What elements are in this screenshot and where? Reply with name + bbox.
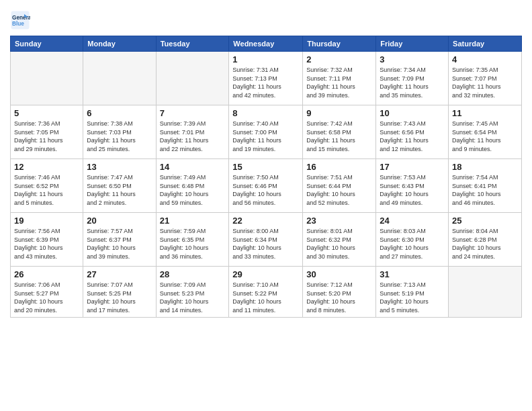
calendar-week-2: 5Sunrise: 7:36 AM Sunset: 7:05 PM Daylig… [11, 105, 522, 159]
calendar-cell: 22Sunrise: 8:00 AM Sunset: 6:34 PM Dayli… [229, 213, 303, 267]
day-number: 13 [87, 162, 152, 172]
day-info: Sunrise: 7:54 AM Sunset: 6:41 PM Dayligh… [452, 173, 518, 207]
day-number: 21 [160, 216, 226, 226]
calendar-cell: 28Sunrise: 7:09 AM Sunset: 5:23 PM Dayli… [156, 267, 229, 318]
calendar-cell: 3Sunrise: 7:34 AM Sunset: 7:09 PM Daylig… [376, 52, 449, 105]
col-header-saturday: Saturday [449, 36, 522, 52]
calendar-cell: 7Sunrise: 7:39 AM Sunset: 7:01 PM Daylig… [156, 105, 229, 159]
day-info: Sunrise: 7:09 AM Sunset: 5:23 PM Dayligh… [160, 281, 226, 314]
col-header-monday: Monday [83, 36, 156, 52]
day-info: Sunrise: 7:43 AM Sunset: 6:56 PM Dayligh… [380, 120, 445, 153]
day-info: Sunrise: 7:39 AM Sunset: 7:01 PM Dayligh… [160, 120, 226, 153]
calendar-cell: 15Sunrise: 7:50 AM Sunset: 6:46 PM Dayli… [229, 159, 303, 213]
day-info: Sunrise: 7:35 AM Sunset: 7:07 PM Dayligh… [452, 66, 518, 99]
day-number: 20 [87, 216, 152, 226]
calendar-cell: 12Sunrise: 7:46 AM Sunset: 6:52 PM Dayli… [11, 159, 83, 213]
day-info: Sunrise: 7:31 AM Sunset: 7:13 PM Dayligh… [232, 66, 299, 99]
day-info: Sunrise: 7:46 AM Sunset: 6:52 PM Dayligh… [14, 173, 79, 207]
day-info: Sunrise: 8:00 AM Sunset: 6:34 PM Dayligh… [232, 227, 299, 261]
day-number: 25 [452, 216, 518, 226]
day-number: 9 [306, 108, 372, 118]
calendar-cell: 19Sunrise: 7:56 AM Sunset: 6:39 PM Dayli… [11, 213, 83, 267]
calendar-cell: 17Sunrise: 7:53 AM Sunset: 6:43 PM Dayli… [376, 159, 449, 213]
calendar-cell [83, 52, 156, 105]
day-info: Sunrise: 7:57 AM Sunset: 6:37 PM Dayligh… [87, 227, 152, 261]
day-info: Sunrise: 7:47 AM Sunset: 6:50 PM Dayligh… [87, 173, 152, 207]
day-number: 10 [380, 108, 445, 118]
calendar-cell: 24Sunrise: 8:03 AM Sunset: 6:30 PM Dayli… [376, 213, 449, 267]
calendar-cell: 26Sunrise: 7:06 AM Sunset: 5:27 PM Dayli… [11, 267, 83, 318]
page: General Blue SundayMondayTuesdayWednesda… [0, 0, 532, 411]
day-info: Sunrise: 8:01 AM Sunset: 6:32 PM Dayligh… [306, 227, 372, 261]
calendar-cell: 8Sunrise: 7:40 AM Sunset: 7:00 PM Daylig… [229, 105, 303, 159]
day-number: 30 [306, 269, 372, 279]
calendar-cell: 10Sunrise: 7:43 AM Sunset: 6:56 PM Dayli… [376, 105, 449, 159]
calendar-cell: 30Sunrise: 7:12 AM Sunset: 5:20 PM Dayli… [303, 267, 376, 318]
calendar-cell: 29Sunrise: 7:10 AM Sunset: 5:22 PM Dayli… [229, 267, 303, 318]
day-info: Sunrise: 8:03 AM Sunset: 6:30 PM Dayligh… [380, 227, 445, 261]
day-number: 8 [232, 108, 299, 118]
calendar-cell: 9Sunrise: 7:42 AM Sunset: 6:58 PM Daylig… [303, 105, 376, 159]
day-info: Sunrise: 7:42 AM Sunset: 6:58 PM Dayligh… [306, 120, 372, 153]
logo-icon: General Blue [10, 10, 30, 30]
day-info: Sunrise: 7:59 AM Sunset: 6:35 PM Dayligh… [160, 227, 226, 261]
day-info: Sunrise: 7:12 AM Sunset: 5:20 PM Dayligh… [306, 281, 372, 314]
calendar-cell: 16Sunrise: 7:51 AM Sunset: 6:44 PM Dayli… [303, 159, 376, 213]
day-info: Sunrise: 7:56 AM Sunset: 6:39 PM Dayligh… [14, 227, 79, 261]
day-info: Sunrise: 7:13 AM Sunset: 5:19 PM Dayligh… [380, 281, 445, 314]
calendar-week-4: 19Sunrise: 7:56 AM Sunset: 6:39 PM Dayli… [11, 213, 522, 267]
day-info: Sunrise: 7:45 AM Sunset: 6:54 PM Dayligh… [452, 120, 518, 153]
day-info: Sunrise: 7:10 AM Sunset: 5:22 PM Dayligh… [232, 281, 299, 314]
day-number: 23 [306, 216, 372, 226]
day-number: 22 [232, 216, 299, 226]
day-info: Sunrise: 7:34 AM Sunset: 7:09 PM Dayligh… [380, 66, 445, 99]
day-number: 15 [232, 162, 299, 172]
col-header-tuesday: Tuesday [156, 36, 229, 52]
calendar-cell: 13Sunrise: 7:47 AM Sunset: 6:50 PM Dayli… [83, 159, 156, 213]
calendar-header-row: SundayMondayTuesdayWednesdayThursdayFrid… [11, 36, 522, 52]
calendar-cell: 27Sunrise: 7:07 AM Sunset: 5:25 PM Dayli… [83, 267, 156, 318]
calendar-cell: 23Sunrise: 8:01 AM Sunset: 6:32 PM Dayli… [303, 213, 376, 267]
day-number: 12 [14, 162, 79, 172]
calendar-cell: 6Sunrise: 7:38 AM Sunset: 7:03 PM Daylig… [83, 105, 156, 159]
day-info: Sunrise: 8:04 AM Sunset: 6:28 PM Dayligh… [452, 227, 518, 261]
day-number: 1 [232, 54, 299, 64]
day-number: 6 [87, 108, 152, 118]
day-number: 19 [14, 216, 79, 226]
day-info: Sunrise: 7:32 AM Sunset: 7:11 PM Dayligh… [306, 66, 372, 99]
calendar-week-1: 1Sunrise: 7:31 AM Sunset: 7:13 PM Daylig… [11, 52, 522, 105]
calendar-week-3: 12Sunrise: 7:46 AM Sunset: 6:52 PM Dayli… [11, 159, 522, 213]
day-info: Sunrise: 7:06 AM Sunset: 5:27 PM Dayligh… [14, 281, 79, 314]
day-number: 2 [306, 54, 372, 64]
day-info: Sunrise: 7:53 AM Sunset: 6:43 PM Dayligh… [380, 173, 445, 207]
col-header-sunday: Sunday [11, 36, 83, 52]
calendar-cell: 14Sunrise: 7:49 AM Sunset: 6:48 PM Dayli… [156, 159, 229, 213]
header: General Blue [10, 10, 522, 30]
calendar-cell: 2Sunrise: 7:32 AM Sunset: 7:11 PM Daylig… [303, 52, 376, 105]
day-number: 27 [87, 269, 152, 279]
day-info: Sunrise: 7:07 AM Sunset: 5:25 PM Dayligh… [87, 281, 152, 314]
day-info: Sunrise: 7:36 AM Sunset: 7:05 PM Dayligh… [14, 120, 79, 153]
col-header-wednesday: Wednesday [229, 36, 303, 52]
calendar-cell: 5Sunrise: 7:36 AM Sunset: 7:05 PM Daylig… [11, 105, 83, 159]
day-number: 18 [452, 162, 518, 172]
calendar-cell: 21Sunrise: 7:59 AM Sunset: 6:35 PM Dayli… [156, 213, 229, 267]
calendar-table: SundayMondayTuesdayWednesdayThursdayFrid… [10, 36, 522, 318]
day-number: 11 [452, 108, 518, 118]
calendar-week-5: 26Sunrise: 7:06 AM Sunset: 5:27 PM Dayli… [11, 267, 522, 318]
svg-text:Blue: Blue [12, 21, 24, 27]
calendar-cell: 31Sunrise: 7:13 AM Sunset: 5:19 PM Dayli… [376, 267, 449, 318]
calendar-cell [449, 267, 522, 318]
svg-text:General: General [12, 15, 30, 21]
day-number: 28 [160, 269, 226, 279]
day-number: 29 [232, 269, 299, 279]
calendar-cell: 20Sunrise: 7:57 AM Sunset: 6:37 PM Dayli… [83, 213, 156, 267]
day-number: 26 [14, 269, 79, 279]
day-number: 4 [452, 54, 518, 64]
calendar-cell: 4Sunrise: 7:35 AM Sunset: 7:07 PM Daylig… [449, 52, 522, 105]
day-number: 17 [380, 162, 445, 172]
day-number: 14 [160, 162, 226, 172]
day-info: Sunrise: 7:51 AM Sunset: 6:44 PM Dayligh… [306, 173, 372, 207]
day-number: 7 [160, 108, 226, 118]
logo: General Blue [10, 10, 33, 30]
